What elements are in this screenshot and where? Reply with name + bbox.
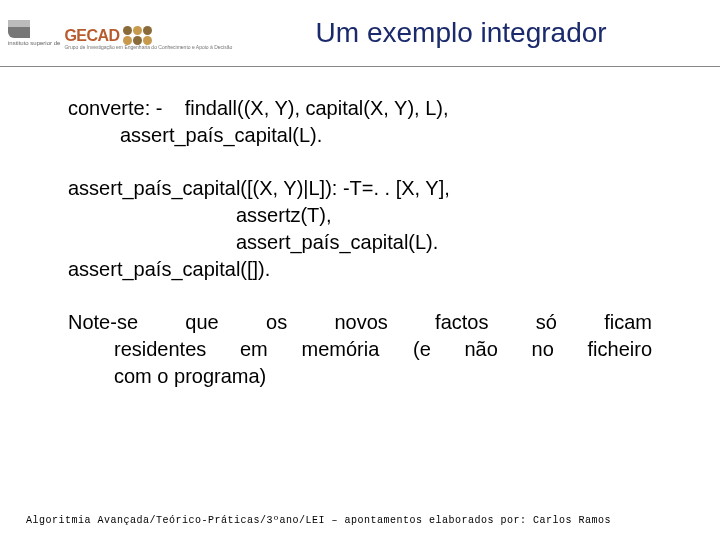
gecad-dots-icon bbox=[123, 26, 152, 45]
code-block-1: converte: - findall((X, Y), capital(X, Y… bbox=[68, 95, 652, 149]
note-paragraph: Note-se que os novos factos só ficam res… bbox=[68, 309, 652, 390]
gecad-logo: GECAD bbox=[64, 26, 232, 45]
code-block-2: assert_país_capital([(X, Y)|L]): -T=. . … bbox=[68, 175, 652, 283]
isep-mark-icon bbox=[8, 20, 30, 38]
page-title: Um exemplo integrador bbox=[232, 17, 720, 49]
gecad-logo-block: GECAD Grupo de Investigação em Engenhari… bbox=[64, 20, 232, 50]
footer: Algoritmia Avançada/Teórico-Práticas/3ºa… bbox=[0, 515, 720, 526]
code-line: assert_país_capital([(X, Y)|L]): -T=. . … bbox=[68, 175, 652, 202]
code-line: assertz(T), bbox=[68, 202, 652, 229]
isep-logo: instituto superior de bbox=[8, 20, 60, 46]
code-line: assert_país_capital([]). bbox=[68, 256, 652, 283]
slide: instituto superior de GECAD Grupo de Inv… bbox=[0, 0, 720, 540]
isep-label: instituto superior de bbox=[8, 40, 60, 46]
code-line: assert_país_capital(L). bbox=[68, 229, 652, 256]
code-line: assert_país_capital(L). bbox=[68, 122, 652, 149]
header: instituto superior de GECAD Grupo de Inv… bbox=[0, 0, 720, 67]
note-line: residentes em memória (e não no ficheiro bbox=[68, 336, 652, 363]
note-line: com o programa) bbox=[68, 363, 652, 390]
content: converte: - findall((X, Y), capital(X, Y… bbox=[0, 67, 720, 390]
code-line: converte: - findall((X, Y), capital(X, Y… bbox=[68, 95, 652, 122]
logo-area: instituto superior de GECAD Grupo de Inv… bbox=[0, 16, 232, 50]
gecad-text: GECAD bbox=[64, 27, 119, 45]
gecad-subtitle: Grupo de Investigação em Engenharia do C… bbox=[64, 45, 232, 50]
note-line: Note-se que os novos factos só ficam bbox=[68, 309, 652, 336]
